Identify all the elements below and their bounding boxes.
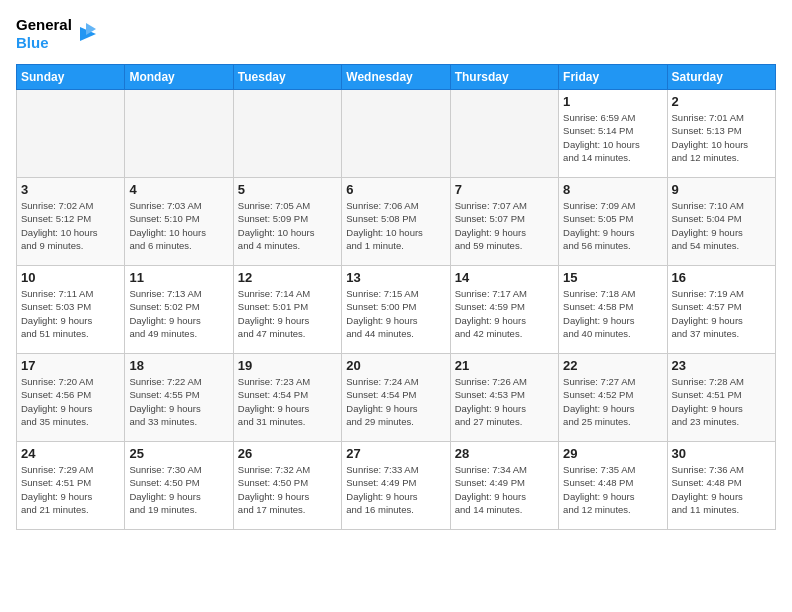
calendar-cell: 6Sunrise: 7:06 AM Sunset: 5:08 PM Daylig… xyxy=(342,178,450,266)
weekday-header: Monday xyxy=(125,65,233,90)
weekday-header-row: SundayMondayTuesdayWednesdayThursdayFrid… xyxy=(17,65,776,90)
calendar-cell: 26Sunrise: 7:32 AM Sunset: 4:50 PM Dayli… xyxy=(233,442,341,530)
day-info: Sunrise: 7:29 AM Sunset: 4:51 PM Dayligh… xyxy=(21,463,120,516)
weekday-header: Tuesday xyxy=(233,65,341,90)
day-info: Sunrise: 7:09 AM Sunset: 5:05 PM Dayligh… xyxy=(563,199,662,252)
logo: GeneralBlue xyxy=(16,16,96,52)
calendar-cell: 21Sunrise: 7:26 AM Sunset: 4:53 PM Dayli… xyxy=(450,354,558,442)
day-info: Sunrise: 6:59 AM Sunset: 5:14 PM Dayligh… xyxy=(563,111,662,164)
day-info: Sunrise: 7:33 AM Sunset: 4:49 PM Dayligh… xyxy=(346,463,445,516)
day-info: Sunrise: 7:34 AM Sunset: 4:49 PM Dayligh… xyxy=(455,463,554,516)
calendar-cell: 16Sunrise: 7:19 AM Sunset: 4:57 PM Dayli… xyxy=(667,266,775,354)
calendar-cell: 23Sunrise: 7:28 AM Sunset: 4:51 PM Dayli… xyxy=(667,354,775,442)
calendar-cell: 13Sunrise: 7:15 AM Sunset: 5:00 PM Dayli… xyxy=(342,266,450,354)
day-number: 2 xyxy=(672,94,771,109)
day-number: 17 xyxy=(21,358,120,373)
calendar-cell xyxy=(342,90,450,178)
calendar-cell: 30Sunrise: 7:36 AM Sunset: 4:48 PM Dayli… xyxy=(667,442,775,530)
calendar-cell: 14Sunrise: 7:17 AM Sunset: 4:59 PM Dayli… xyxy=(450,266,558,354)
weekday-header: Saturday xyxy=(667,65,775,90)
day-info: Sunrise: 7:06 AM Sunset: 5:08 PM Dayligh… xyxy=(346,199,445,252)
calendar-cell: 15Sunrise: 7:18 AM Sunset: 4:58 PM Dayli… xyxy=(559,266,667,354)
logo-text: GeneralBlue xyxy=(16,16,72,52)
calendar-cell: 25Sunrise: 7:30 AM Sunset: 4:50 PM Dayli… xyxy=(125,442,233,530)
weekday-header: Sunday xyxy=(17,65,125,90)
calendar-cell: 8Sunrise: 7:09 AM Sunset: 5:05 PM Daylig… xyxy=(559,178,667,266)
day-info: Sunrise: 7:32 AM Sunset: 4:50 PM Dayligh… xyxy=(238,463,337,516)
calendar-cell xyxy=(450,90,558,178)
calendar-week-row: 1Sunrise: 6:59 AM Sunset: 5:14 PM Daylig… xyxy=(17,90,776,178)
day-number: 23 xyxy=(672,358,771,373)
page-header: GeneralBlue xyxy=(16,16,776,52)
calendar-cell xyxy=(17,90,125,178)
day-info: Sunrise: 7:18 AM Sunset: 4:58 PM Dayligh… xyxy=(563,287,662,340)
day-info: Sunrise: 7:24 AM Sunset: 4:54 PM Dayligh… xyxy=(346,375,445,428)
day-number: 19 xyxy=(238,358,337,373)
day-number: 16 xyxy=(672,270,771,285)
day-number: 7 xyxy=(455,182,554,197)
logo-arrow-icon xyxy=(76,19,96,49)
day-info: Sunrise: 7:10 AM Sunset: 5:04 PM Dayligh… xyxy=(672,199,771,252)
calendar-cell: 7Sunrise: 7:07 AM Sunset: 5:07 PM Daylig… xyxy=(450,178,558,266)
day-number: 10 xyxy=(21,270,120,285)
day-info: Sunrise: 7:36 AM Sunset: 4:48 PM Dayligh… xyxy=(672,463,771,516)
day-info: Sunrise: 7:13 AM Sunset: 5:02 PM Dayligh… xyxy=(129,287,228,340)
calendar-cell: 12Sunrise: 7:14 AM Sunset: 5:01 PM Dayli… xyxy=(233,266,341,354)
day-number: 27 xyxy=(346,446,445,461)
day-number: 6 xyxy=(346,182,445,197)
day-info: Sunrise: 7:20 AM Sunset: 4:56 PM Dayligh… xyxy=(21,375,120,428)
day-info: Sunrise: 7:07 AM Sunset: 5:07 PM Dayligh… xyxy=(455,199,554,252)
calendar-week-row: 10Sunrise: 7:11 AM Sunset: 5:03 PM Dayli… xyxy=(17,266,776,354)
day-number: 24 xyxy=(21,446,120,461)
day-number: 25 xyxy=(129,446,228,461)
calendar-cell xyxy=(125,90,233,178)
day-number: 4 xyxy=(129,182,228,197)
day-info: Sunrise: 7:28 AM Sunset: 4:51 PM Dayligh… xyxy=(672,375,771,428)
weekday-header: Friday xyxy=(559,65,667,90)
calendar-cell: 3Sunrise: 7:02 AM Sunset: 5:12 PM Daylig… xyxy=(17,178,125,266)
calendar-week-row: 24Sunrise: 7:29 AM Sunset: 4:51 PM Dayli… xyxy=(17,442,776,530)
day-info: Sunrise: 7:27 AM Sunset: 4:52 PM Dayligh… xyxy=(563,375,662,428)
day-number: 29 xyxy=(563,446,662,461)
day-info: Sunrise: 7:30 AM Sunset: 4:50 PM Dayligh… xyxy=(129,463,228,516)
day-info: Sunrise: 7:01 AM Sunset: 5:13 PM Dayligh… xyxy=(672,111,771,164)
day-number: 5 xyxy=(238,182,337,197)
day-number: 22 xyxy=(563,358,662,373)
day-number: 21 xyxy=(455,358,554,373)
day-number: 12 xyxy=(238,270,337,285)
calendar-cell: 28Sunrise: 7:34 AM Sunset: 4:49 PM Dayli… xyxy=(450,442,558,530)
calendar-cell: 24Sunrise: 7:29 AM Sunset: 4:51 PM Dayli… xyxy=(17,442,125,530)
calendar-cell: 27Sunrise: 7:33 AM Sunset: 4:49 PM Dayli… xyxy=(342,442,450,530)
calendar-table: SundayMondayTuesdayWednesdayThursdayFrid… xyxy=(16,64,776,530)
calendar-cell: 22Sunrise: 7:27 AM Sunset: 4:52 PM Dayli… xyxy=(559,354,667,442)
day-number: 14 xyxy=(455,270,554,285)
day-number: 1 xyxy=(563,94,662,109)
weekday-header: Thursday xyxy=(450,65,558,90)
day-info: Sunrise: 7:03 AM Sunset: 5:10 PM Dayligh… xyxy=(129,199,228,252)
calendar-cell: 20Sunrise: 7:24 AM Sunset: 4:54 PM Dayli… xyxy=(342,354,450,442)
day-number: 26 xyxy=(238,446,337,461)
day-info: Sunrise: 7:23 AM Sunset: 4:54 PM Dayligh… xyxy=(238,375,337,428)
day-number: 8 xyxy=(563,182,662,197)
day-info: Sunrise: 7:19 AM Sunset: 4:57 PM Dayligh… xyxy=(672,287,771,340)
calendar-cell xyxy=(233,90,341,178)
calendar-cell: 18Sunrise: 7:22 AM Sunset: 4:55 PM Dayli… xyxy=(125,354,233,442)
day-info: Sunrise: 7:02 AM Sunset: 5:12 PM Dayligh… xyxy=(21,199,120,252)
day-number: 20 xyxy=(346,358,445,373)
day-info: Sunrise: 7:22 AM Sunset: 4:55 PM Dayligh… xyxy=(129,375,228,428)
calendar-cell: 1Sunrise: 6:59 AM Sunset: 5:14 PM Daylig… xyxy=(559,90,667,178)
day-info: Sunrise: 7:17 AM Sunset: 4:59 PM Dayligh… xyxy=(455,287,554,340)
day-info: Sunrise: 7:05 AM Sunset: 5:09 PM Dayligh… xyxy=(238,199,337,252)
calendar-cell: 19Sunrise: 7:23 AM Sunset: 4:54 PM Dayli… xyxy=(233,354,341,442)
day-number: 28 xyxy=(455,446,554,461)
calendar-cell: 29Sunrise: 7:35 AM Sunset: 4:48 PM Dayli… xyxy=(559,442,667,530)
calendar-week-row: 3Sunrise: 7:02 AM Sunset: 5:12 PM Daylig… xyxy=(17,178,776,266)
calendar-cell: 4Sunrise: 7:03 AM Sunset: 5:10 PM Daylig… xyxy=(125,178,233,266)
day-info: Sunrise: 7:15 AM Sunset: 5:00 PM Dayligh… xyxy=(346,287,445,340)
calendar-cell: 11Sunrise: 7:13 AM Sunset: 5:02 PM Dayli… xyxy=(125,266,233,354)
day-number: 3 xyxy=(21,182,120,197)
day-number: 9 xyxy=(672,182,771,197)
calendar-cell: 10Sunrise: 7:11 AM Sunset: 5:03 PM Dayli… xyxy=(17,266,125,354)
day-info: Sunrise: 7:35 AM Sunset: 4:48 PM Dayligh… xyxy=(563,463,662,516)
calendar-cell: 5Sunrise: 7:05 AM Sunset: 5:09 PM Daylig… xyxy=(233,178,341,266)
